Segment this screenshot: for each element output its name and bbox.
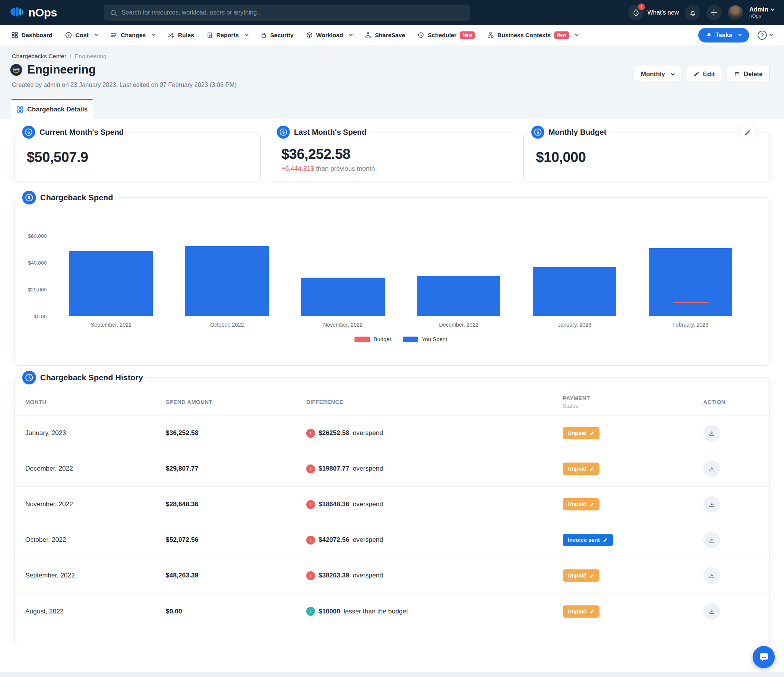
spend-bar[interactable] — [185, 246, 269, 316]
chevron-down-icon — [671, 72, 675, 75]
nav-item-business-contexts[interactable]: Business ContextsNew — [487, 25, 578, 45]
nav-item-changes[interactable]: Changes — [110, 25, 155, 45]
cube-icon — [306, 32, 313, 38]
nav-item-cost[interactable]: $Cost — [65, 25, 98, 45]
nav-item-reports[interactable]: Reports — [207, 25, 248, 45]
payment-status-badge[interactable]: Unpaid — [563, 498, 599, 510]
spend-bar[interactable] — [649, 248, 732, 316]
payment-status-badge[interactable]: Unpaid — [563, 569, 599, 582]
spend-amount-cell: $52,072.56 — [166, 536, 306, 544]
user-menu[interactable]: Admin nOps — [749, 6, 774, 19]
edit-button[interactable]: Edit — [686, 66, 722, 82]
spend-bar[interactable] — [69, 251, 153, 316]
delta-note: +6,444.81$ than previous month — [281, 165, 515, 173]
chat-launcher[interactable] — [753, 646, 775, 668]
breadcrumb-root[interactable]: Chargebacks Center — [12, 53, 66, 60]
dollar-circle-icon: $ — [22, 191, 36, 204]
legend-swatch — [354, 337, 370, 342]
whats-new-count-badge: 1 — [638, 3, 645, 10]
difference-cell: ↑$26252.58overspend — [306, 429, 563, 438]
nav-item-security[interactable]: Security — [261, 25, 294, 45]
svg-text:$: $ — [28, 130, 30, 134]
chart-bar-slot — [401, 236, 517, 316]
difference-amount: $42072.56 — [318, 536, 349, 544]
difference-cell: ↓$10000lesser than the budget — [306, 607, 563, 616]
last-month-spend-card: $ Last Month's Spend $36,252.58 +6,444.8… — [269, 132, 515, 182]
history-table-row: November, 2022$28,648.36↑$18648.36oversp… — [15, 487, 769, 522]
user-org: nOps — [749, 13, 774, 19]
changes-lines-icon — [110, 32, 117, 39]
tasks-button[interactable]: Tasks — [698, 28, 749, 43]
avatar[interactable] — [728, 5, 743, 20]
nav-item-label: Workload — [316, 32, 343, 39]
global-search[interactable] — [104, 5, 470, 21]
dollar-circle-icon: $ — [65, 32, 72, 39]
monthly-budget-card: $ Monthly Budget $10,000 — [523, 132, 770, 182]
topbar: nOps 1 What's new — [0, 0, 784, 25]
pencil-icon — [590, 573, 595, 578]
difference-text: overspend — [353, 572, 383, 579]
difference-text: overspend — [353, 500, 383, 508]
share-icon — [365, 32, 371, 38]
search-input[interactable] — [122, 9, 464, 16]
history-title: Chargeback Spend History — [40, 373, 143, 382]
chart-bar-slot — [632, 236, 748, 316]
spend-bar[interactable] — [301, 278, 385, 316]
tab-label: Chargeback Details — [27, 106, 88, 113]
svg-text:$: $ — [28, 195, 31, 200]
bell-solid-icon — [706, 32, 712, 38]
download-invoice-button[interactable] — [703, 567, 720, 584]
help-menu[interactable]: ? — [758, 31, 773, 40]
month-cell: December, 2022 — [25, 465, 166, 473]
payment-status-badge[interactable]: Unpaid — [563, 605, 599, 618]
aws-logo-icon: aws — [10, 64, 22, 76]
spend-amount-cell: $0.00 — [166, 608, 306, 615]
download-invoice-button[interactable] — [703, 496, 720, 513]
nav-item-scheduler[interactable]: SchedulerNew — [418, 25, 475, 45]
period-select[interactable]: Monthly — [634, 66, 681, 82]
shuffle-icon — [168, 32, 175, 39]
edit-label: Edit — [703, 70, 715, 78]
download-invoice-button[interactable] — [703, 460, 720, 477]
download-invoice-button[interactable] — [703, 603, 720, 620]
pencil-icon — [590, 502, 595, 507]
x-axis-label: October, 2022 — [169, 322, 285, 328]
difference-amount: $18648.36 — [318, 500, 349, 508]
svg-text:$: $ — [282, 130, 284, 134]
card-title: Current Month's Spend — [39, 128, 124, 137]
payment-status-badge[interactable]: Unpaid — [563, 463, 599, 475]
arrow-up-circle-icon: ↑ — [306, 464, 315, 473]
nops-logo[interactable]: nOps — [10, 5, 57, 20]
footer-strip — [0, 672, 784, 677]
history-table-row: January, 2023$36,252.58↑$26252.58overspe… — [15, 415, 769, 451]
flame-icon: 1 — [628, 5, 644, 20]
delete-button[interactable]: Delete — [727, 66, 770, 82]
edit-budget-button[interactable] — [739, 124, 756, 141]
notifications-button[interactable] — [685, 5, 700, 20]
download-invoice-button[interactable] — [703, 425, 720, 442]
tab-chargeback-details[interactable]: Chargeback Details — [11, 99, 93, 119]
spend-bar[interactable] — [417, 276, 500, 316]
nav-item-rules[interactable]: Rules — [168, 25, 194, 45]
y-axis-tick: $20,000 — [28, 287, 47, 293]
download-invoice-button[interactable] — [703, 531, 720, 548]
pencil-icon — [590, 466, 595, 471]
clock-circle-icon — [22, 371, 36, 384]
app-root: nOps 1 What's new — [0, 0, 784, 677]
whats-new-button[interactable]: 1 What's new — [628, 5, 679, 20]
create-new-button[interactable] — [706, 5, 722, 20]
clock-icon — [418, 32, 424, 38]
whats-new-label: What's new — [647, 9, 679, 16]
dollar-circle-icon: $ — [277, 126, 290, 139]
nav-item-sharesave[interactable]: ShareSave — [365, 25, 405, 45]
payment-status-badge[interactable]: Unpaid — [563, 427, 599, 439]
chart-plot-area — [53, 236, 748, 316]
budget-line — [673, 302, 709, 303]
payment-status-badge[interactable]: Invoice sent — [563, 534, 613, 546]
spend-bar[interactable] — [533, 267, 616, 316]
payment-status-label: Unpaid — [568, 608, 586, 615]
nops-logo-icon — [10, 5, 25, 20]
nav-item-dashboard[interactable]: Dashboard — [11, 25, 52, 45]
nav-item-workload[interactable]: Workload — [306, 25, 352, 45]
chevron-down-icon — [771, 7, 775, 11]
